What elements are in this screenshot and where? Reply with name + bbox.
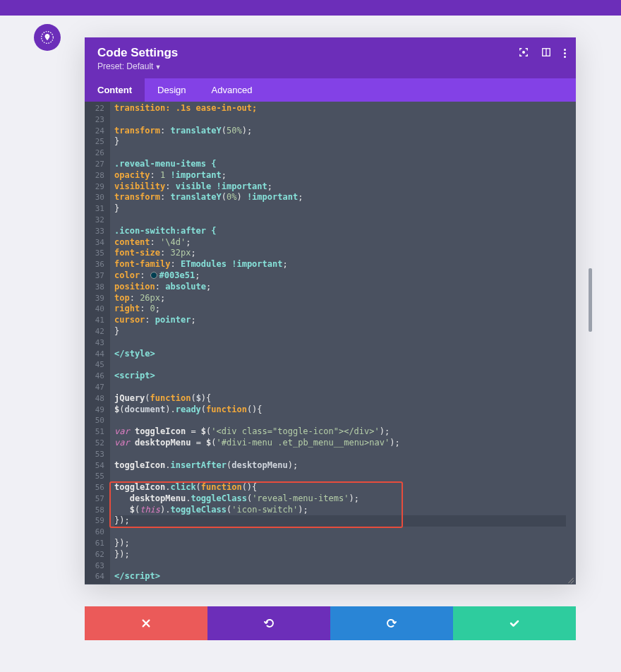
top-menu-bar [0,0,621,16]
tab-advanced[interactable]: Advanced [199,78,265,102]
save-button[interactable] [453,606,576,640]
more-icon[interactable] [564,49,566,58]
columns-icon[interactable] [541,47,551,59]
code-editor[interactable]: 2223242526272829303132333435363738394041… [85,102,576,584]
undo-icon [263,618,275,629]
resize-handle[interactable] [565,573,574,583]
svg-point-2 [523,52,525,54]
modal-header: Code Settings Preset: Default▼ [85,37,576,78]
check-icon [509,618,520,629]
tab-content[interactable]: Content [85,78,145,102]
redo-icon [386,618,397,629]
close-icon [141,618,151,628]
undo-button[interactable] [207,606,330,640]
page-scrollbar[interactable] [589,268,592,332]
svg-point-1 [47,35,48,37]
focus-icon[interactable] [519,47,529,59]
tab-design[interactable]: Design [145,78,198,102]
cancel-button[interactable] [85,606,207,640]
preset-selector[interactable]: Preset: Default▼ [97,61,563,71]
map-pin-icon [40,30,54,44]
location-badge[interactable] [34,24,61,51]
redo-button[interactable] [330,606,453,640]
modal-title: Code Settings [97,46,563,60]
modal-footer [85,606,576,640]
settings-modal: Code Settings Preset: Default▼ Content D… [85,37,576,584]
code-content[interactable]: transition: .1s ease-in-out; transform: … [114,103,566,582]
settings-tabs: Content Design Advanced [85,78,576,102]
line-gutter: 2223242526272829303132333435363738394041… [85,102,110,584]
